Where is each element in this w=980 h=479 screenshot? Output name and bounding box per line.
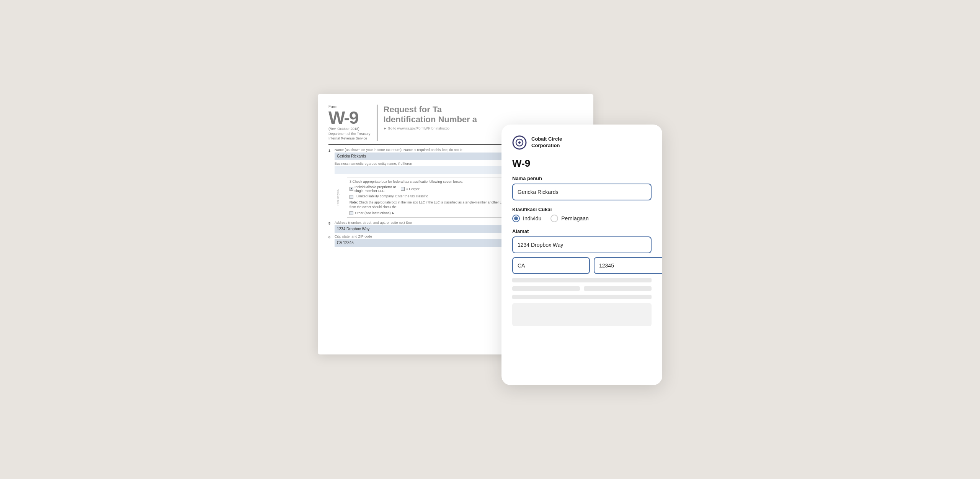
w9-main-title-line1: Request for Ta Identification Number a	[384, 105, 583, 125]
w9-other-label: Other (see instructions) ►	[355, 211, 395, 215]
w9-field1-num: 1	[328, 149, 333, 153]
scene: Form W-9 (Rev. October 2018) Department …	[318, 94, 662, 385]
radio-perniagaan-label: Perniagaan	[561, 215, 589, 221]
state-input[interactable]	[512, 257, 590, 274]
radio-perniagaan[interactable]: Perniagaan	[550, 215, 589, 222]
w9-field6-num: 6	[328, 235, 333, 239]
company-name: Cobalt Circle Corporation	[531, 136, 562, 149]
radio-individu-inner	[514, 217, 518, 220]
address-input[interactable]	[512, 236, 652, 253]
ph-block	[512, 303, 652, 326]
card-header: Cobalt Circle Corporation	[512, 135, 652, 150]
ph-line-1	[512, 278, 652, 282]
w9-check-label-ccorp: C Corpor	[406, 187, 420, 191]
company-logo-icon	[512, 135, 527, 150]
tax-class-radio-group: Individu Perniagaan	[512, 215, 652, 222]
w9-check-ccorp: C Corpor	[401, 185, 420, 193]
ph-half-1b	[584, 286, 652, 291]
state-zip-row	[512, 257, 652, 274]
zip-input[interactable]	[594, 257, 662, 274]
full-name-input[interactable]	[512, 184, 652, 200]
full-name-label: Nama penuh	[512, 176, 652, 181]
mobile-card: Cobalt Circle Corporation W-9 Nama penuh…	[501, 125, 662, 385]
w9-vertical-label1: Print or type.	[336, 174, 340, 220]
radio-individu-label: Individu	[523, 215, 541, 221]
w9-check-individual: X Individual/sole proprietor orsingle-me…	[350, 185, 396, 193]
card-form-title: W-9	[512, 157, 652, 169]
ph-half-1a	[512, 286, 580, 291]
placeholder-lines	[512, 278, 652, 326]
w9-check-label-individual: Individual/sole proprietor orsingle-memb…	[354, 185, 396, 193]
address-label: Alamat	[512, 228, 652, 234]
radio-perniagaan-outer	[550, 215, 558, 222]
w9-field5-num: 5	[328, 221, 333, 225]
w9-checkbox-llc	[350, 195, 353, 199]
ph-line-2	[512, 295, 652, 299]
radio-individu-outer	[512, 215, 520, 222]
w9-irs: Internal Revenue Service	[328, 136, 371, 141]
w9-checkbox-ccorp	[401, 187, 405, 191]
svg-point-2	[518, 141, 521, 144]
w9-checkbox-individual: X	[350, 187, 353, 191]
w9-llc-label: Limited liability company. Enter the tax…	[356, 194, 428, 198]
w9-checkbox-other	[350, 211, 353, 215]
w9-title: W-9	[328, 109, 371, 126]
radio-individu[interactable]: Individu	[512, 215, 541, 222]
ph-row-1	[512, 286, 652, 291]
w9-revision: (Rev. October 2018)	[328, 126, 371, 131]
w9-dept: Department of the Treasury	[328, 131, 371, 136]
tax-class-label: Klasifikasi Cukai	[512, 207, 652, 212]
